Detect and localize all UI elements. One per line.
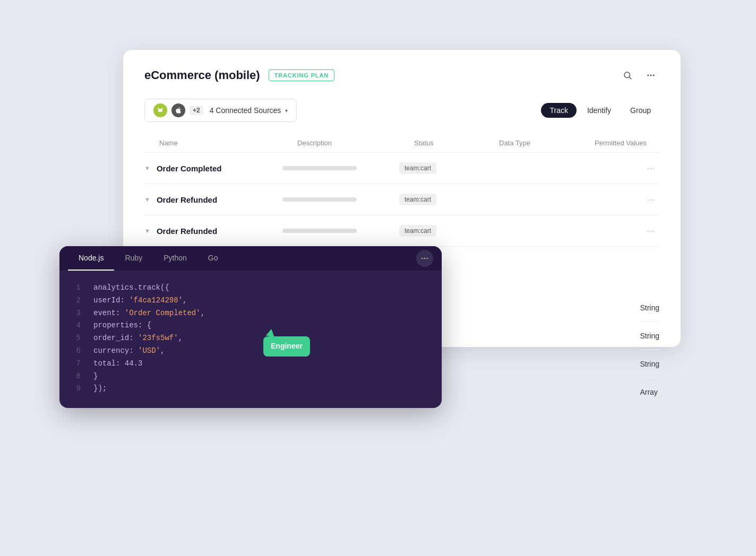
row-desc-3 — [282, 229, 399, 233]
code-line-5: 5 order_id: '23fs5wf', Engineer — [72, 332, 429, 345]
row-name-1: ▼ Order Completed — [144, 164, 282, 173]
expand-icon-1[interactable]: ▼ — [144, 165, 150, 171]
event-type-tabs: Track Identify Group — [541, 103, 659, 118]
data-type-string-3: String — [640, 350, 659, 378]
row-status-3: team:cart — [399, 225, 484, 237]
data-type-string-2: String — [640, 322, 659, 350]
tab-group[interactable]: Group — [622, 103, 659, 118]
table-row: ▼ Order Refunded team:cart ⋯ — [144, 184, 659, 215]
data-type-array: Array — [640, 378, 659, 406]
code-line-9: 9 }); — [72, 383, 429, 395]
tab-go[interactable]: Go — [197, 246, 229, 271]
col-status: Status — [414, 139, 499, 147]
tab-ruby[interactable]: Ruby — [114, 246, 153, 271]
row-desc-2 — [282, 197, 399, 202]
code-line-7: 7 total: 44.3 — [72, 358, 429, 370]
row-name-3: ▼ Order Refunded — [144, 227, 282, 236]
app-title: eCommerce (mobile) — [144, 68, 260, 82]
code-body: 1 analytics.track({ 2 userId: 'f4ca12429… — [59, 271, 442, 408]
tooltip-engineer: Engineer — [263, 336, 310, 357]
code-line-4: 4 properties: { — [72, 319, 429, 332]
svg-point-7 — [426, 258, 428, 259]
code-tabs-more[interactable] — [416, 250, 433, 267]
code-tabs: Node.js Ruby Python Go — [59, 246, 442, 271]
table-header: Name Description Status Data Type Permit… — [144, 139, 659, 153]
col-description: Description — [297, 139, 414, 147]
sources-row: +2 4 Connected Sources ▾ Track Identify … — [144, 99, 659, 122]
svg-point-0 — [624, 72, 630, 78]
tab-nodejs[interactable]: Node.js — [68, 246, 114, 271]
svg-point-2 — [647, 75, 649, 76]
row-name-2: ▼ Order Refunded — [144, 195, 282, 204]
row-status-2: team:cart — [399, 194, 484, 205]
row-desc-1 — [282, 166, 399, 170]
table-row: ▼ Order Refunded team:cart ⋯ — [144, 215, 659, 247]
code-line-3: 3 event: 'Order Completed', — [72, 307, 429, 320]
android-icon — [153, 103, 167, 117]
row-more-1[interactable]: ⋯ — [580, 163, 659, 173]
col-data-type: Data Type — [499, 139, 595, 147]
connected-sources-label: 4 Connected Sources — [210, 106, 281, 115]
col-permitted-values: Permitted Values — [595, 139, 659, 147]
chevron-down-icon: ▾ — [285, 108, 288, 114]
cursor-arrow-icon — [266, 328, 276, 337]
more-button[interactable] — [642, 67, 659, 84]
svg-point-5 — [422, 258, 423, 259]
tab-track[interactable]: Track — [541, 103, 576, 118]
code-line-8: 8 } — [72, 370, 429, 383]
code-line-1: 1 analytics.track({ — [72, 282, 429, 294]
row-more-3[interactable]: ⋯ — [580, 226, 659, 236]
expand-icon-2[interactable]: ▼ — [144, 196, 150, 203]
tracking-badge: TRACKING PLAN — [269, 70, 335, 81]
connected-sources-button[interactable]: +2 4 Connected Sources ▾ — [144, 99, 297, 122]
code-panel: Node.js Ruby Python Go 1 analytics.track… — [59, 246, 442, 408]
svg-point-6 — [424, 258, 426, 259]
plus-badge: +2 — [190, 106, 203, 115]
expand-icon-3[interactable]: ▼ — [144, 228, 150, 234]
header-row: eCommerce (mobile) TRACKING PLAN — [144, 67, 659, 84]
search-button[interactable] — [619, 67, 636, 84]
table-row: ▼ Order Completed team:cart ⋯ — [144, 153, 659, 184]
data-types-list: String String String Array — [640, 294, 659, 406]
row-status-1: team:cart — [399, 162, 484, 174]
header-right — [619, 67, 659, 84]
tab-python[interactable]: Python — [153, 246, 197, 271]
svg-line-1 — [629, 77, 631, 79]
header-left: eCommerce (mobile) TRACKING PLAN — [144, 68, 334, 82]
svg-point-4 — [653, 75, 655, 76]
cursor-tooltip: Engineer — [263, 329, 310, 357]
col-name: Name — [159, 139, 297, 147]
code-line-2: 2 userId: 'f4ca124298', — [72, 294, 429, 307]
tab-identify[interactable]: Identify — [579, 103, 620, 118]
row-more-2[interactable]: ⋯ — [580, 195, 659, 205]
apple-icon — [171, 103, 185, 117]
code-line-6: 6 currency: 'USD', — [72, 345, 429, 358]
data-type-string-1: String — [640, 294, 659, 322]
svg-point-3 — [650, 75, 652, 76]
